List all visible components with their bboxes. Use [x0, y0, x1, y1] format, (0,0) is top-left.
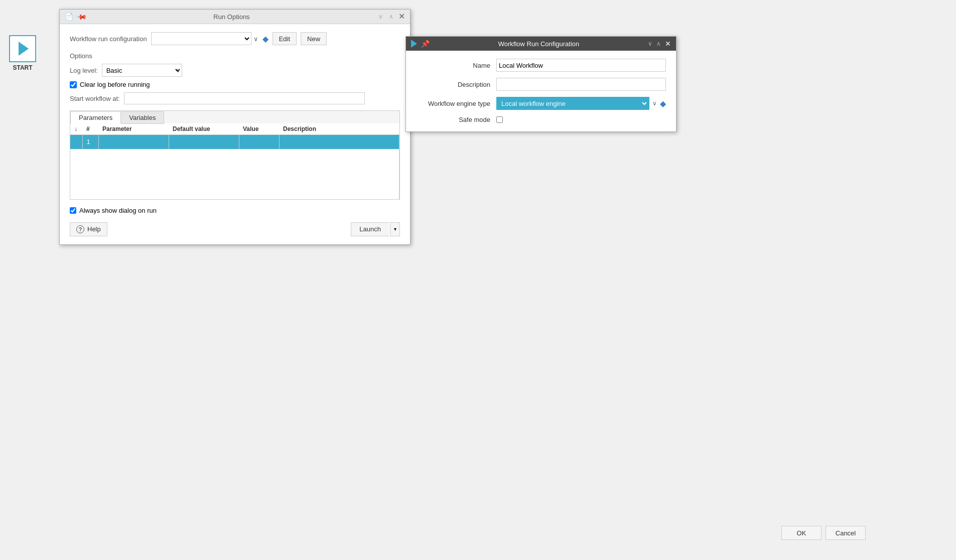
run-options-titlebar: 📄 📌 Run Options ∨ ∧ ✕ — [60, 10, 410, 24]
col-value: Value — [239, 123, 279, 135]
wrc-description-row: Description — [416, 78, 666, 91]
col-num: # — [82, 123, 98, 135]
clear-log-checkbox[interactable] — [70, 81, 77, 88]
row-num: 1 — [82, 135, 98, 149]
wrc-dialog: 📌 Workflow Run Configuration ∨ ∧ ✕ Name … — [405, 36, 676, 132]
col-default-value: Default value — [169, 123, 239, 135]
wrc-description-input[interactable] — [496, 78, 666, 91]
always-show-row: Always show dialog on run — [70, 207, 400, 214]
log-level-select[interactable]: Basic Detailed Debug — [102, 64, 182, 77]
wrc-engine-row: Workflow engine type Local workflow engi… — [416, 97, 666, 110]
config-row: Workflow run configuration ∨ ◆ Edit New — [70, 32, 400, 45]
dialog-footer: ? Help Launch ▾ — [70, 222, 400, 236]
always-show-label: Always show dialog on run — [79, 207, 157, 214]
help-icon: ? — [76, 225, 84, 233]
file-icon: 📄 — [65, 13, 73, 21]
row-parameter — [98, 135, 169, 149]
always-show-checkbox[interactable] — [70, 207, 76, 214]
options-title: Options — [70, 52, 400, 60]
wrc-engine-diamond-icon[interactable]: ◆ — [660, 99, 666, 108]
start-workflow-input[interactable] — [124, 92, 365, 104]
table-row[interactable]: 1 — [70, 135, 399, 149]
launch-arrow-icon: ▾ — [394, 226, 396, 232]
config-select[interactable] — [151, 32, 251, 45]
wrc-title: Workflow Run Configuration — [434, 40, 644, 48]
bottom-buttons: OK Cancel — [781, 526, 866, 540]
wrc-minimize-btn[interactable]: ∨ — [648, 40, 652, 47]
start-label: START — [13, 64, 32, 71]
wrc-name-label: Name — [416, 62, 496, 69]
wrc-pin-icon[interactable]: 📌 — [421, 40, 430, 48]
start-workflow-label: Start workflow at: — [70, 95, 120, 102]
col-description: Description — [279, 123, 399, 135]
minimize-btn[interactable]: ∨ — [377, 13, 384, 20]
run-options-body: Workflow run configuration ∨ ◆ Edit New … — [60, 24, 410, 244]
config-select-wrapper: ∨ — [151, 32, 258, 45]
cancel-button[interactable]: Cancel — [826, 526, 866, 540]
tab-variables[interactable]: Variables — [120, 111, 164, 124]
safe-mode-checkbox[interactable] — [496, 116, 503, 123]
wrc-play-icon — [411, 40, 417, 48]
log-level-label: Log level: — [70, 67, 98, 74]
launch-button[interactable]: Launch — [351, 222, 389, 236]
row-default-value — [169, 135, 239, 149]
start-button[interactable] — [9, 35, 36, 62]
config-label: Workflow run configuration — [70, 35, 147, 43]
maximize-btn[interactable]: ∧ — [388, 13, 394, 20]
config-diamond-icon[interactable]: ◆ — [262, 34, 268, 44]
help-label: Help — [87, 225, 101, 233]
wrc-description-label: Description — [416, 81, 496, 88]
run-options-title: Run Options — [90, 13, 373, 21]
launch-area: Launch ▾ — [351, 222, 400, 236]
row-sort-cell — [70, 135, 82, 149]
clear-log-label: Clear log before running — [80, 81, 150, 88]
config-dropdown-arrow[interactable]: ∨ — [253, 35, 258, 43]
help-button[interactable]: ? Help — [70, 222, 107, 236]
wrc-maximize-btn[interactable]: ∧ — [656, 40, 661, 47]
start-area: START — [9, 35, 36, 71]
edit-button[interactable]: Edit — [272, 32, 297, 45]
wrc-titlebar: 📌 Workflow Run Configuration ∨ ∧ ✕ — [406, 37, 676, 51]
safe-mode-label: Safe mode — [416, 116, 496, 123]
tab-parameters[interactable]: Parameters — [70, 111, 121, 124]
col-sort: ↓ — [70, 123, 82, 135]
params-variables-tabs: Parameters Variables ↓ # Parameter Defau… — [70, 110, 400, 200]
wrc-body: Name Description Workflow engine type Lo… — [406, 51, 676, 131]
wrc-engine-select[interactable]: Local workflow engine Remote workflow en… — [496, 97, 649, 110]
log-level-row: Log level: Basic Detailed Debug ∨ — [70, 64, 400, 77]
row-value — [239, 135, 279, 149]
ok-button[interactable]: OK — [781, 526, 822, 540]
row-description — [279, 135, 399, 149]
new-button[interactable]: New — [301, 32, 327, 45]
run-options-dialog: 📄 📌 Run Options ∨ ∧ ✕ Workflow run confi… — [59, 9, 411, 245]
play-icon — [19, 42, 29, 56]
wrc-engine-select-wrapper: Local workflow engine Remote workflow en… — [496, 97, 666, 110]
start-workflow-row: Start workflow at: — [70, 92, 400, 104]
sort-icon: ↓ — [74, 125, 77, 132]
safe-mode-row: Safe mode — [416, 116, 666, 123]
empty-row — [70, 149, 399, 199]
pin-icon[interactable]: 📌 — [76, 11, 87, 22]
wrc-name-input[interactable] — [496, 59, 666, 72]
params-table: ↓ # Parameter Default value Value Descri… — [70, 123, 399, 199]
clear-log-row: Clear log before running — [70, 81, 400, 88]
wrc-engine-arrow[interactable]: ∨ — [652, 100, 657, 107]
wrc-close-btn[interactable]: ✕ — [665, 40, 671, 47]
wrc-engine-label: Workflow engine type — [416, 100, 496, 107]
close-btn[interactable]: ✕ — [398, 13, 405, 21]
tabs-header: Parameters Variables — [70, 111, 399, 123]
options-section: Options Log level: Basic Detailed Debug … — [70, 52, 400, 104]
col-parameter: Parameter — [98, 123, 169, 135]
launch-dropdown-btn[interactable]: ▾ — [390, 222, 400, 236]
wrc-name-row: Name — [416, 59, 666, 72]
